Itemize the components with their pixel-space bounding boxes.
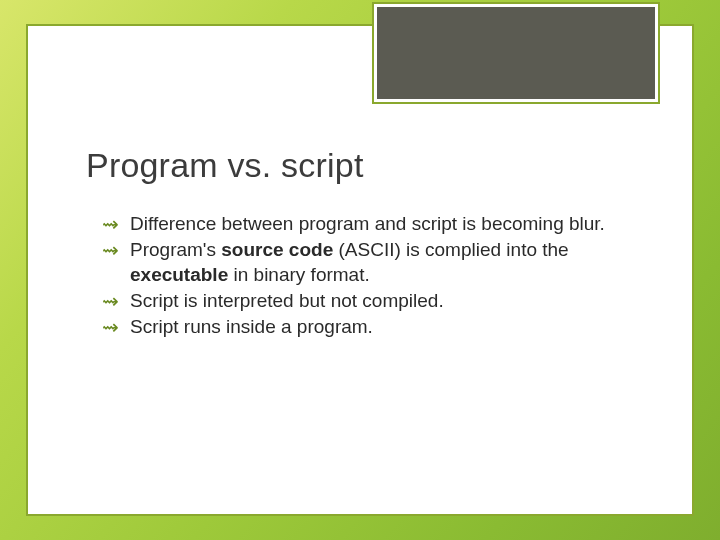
title-placeholder-box: [374, 4, 658, 102]
bullet-text: Script is interpreted but not compiled.: [130, 290, 444, 311]
bullet-icon: ⇝: [102, 238, 119, 262]
bullet-icon: ⇝: [102, 315, 119, 339]
bullet-icon: ⇝: [102, 289, 119, 313]
bullet-text: Program's source code (ASCII) is complie…: [130, 239, 569, 284]
bullet-text: Script runs inside a program.: [130, 316, 373, 337]
list-item: ⇝ Script is interpreted but not compiled…: [106, 289, 626, 313]
list-item: ⇝ Difference between program and script …: [106, 212, 626, 236]
list-item: ⇝ Program's source code (ASCII) is compl…: [106, 238, 626, 287]
slide-card: Program vs. script ⇝ Difference between …: [26, 24, 694, 516]
bullet-icon: ⇝: [102, 212, 119, 236]
slide-title: Program vs. script: [86, 146, 364, 185]
bullet-text: Difference between program and script is…: [130, 213, 605, 234]
list-item: ⇝ Script runs inside a program.: [106, 315, 626, 339]
slide-body: ⇝ Difference between program and script …: [106, 212, 626, 342]
